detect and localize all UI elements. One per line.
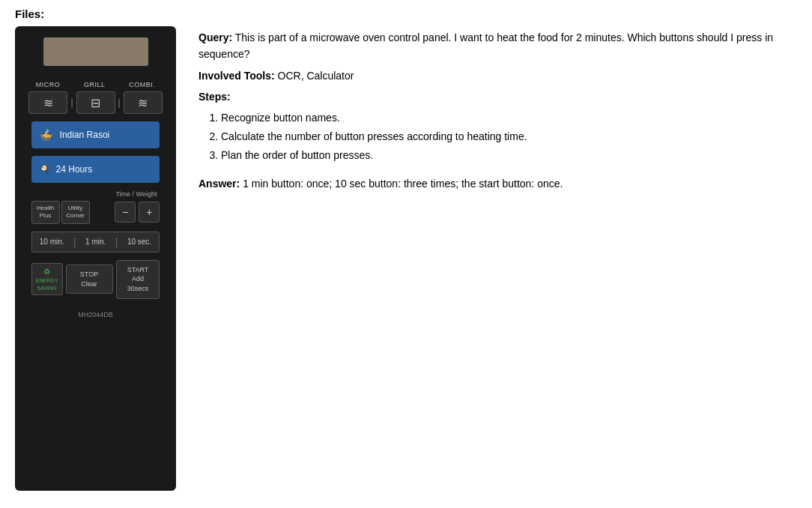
steps-list: Recognize button names. Calculate the nu… xyxy=(221,110,797,163)
time-weight-label: Time / Weight xyxy=(115,190,157,198)
stop-label: STOP Clear xyxy=(80,270,98,288)
display-screen xyxy=(43,37,148,66)
grill-btn[interactable]: ⊟ xyxy=(76,91,115,114)
mode-section: MICRO GRILL COMBI. ≋ | ⊟ | ≋ xyxy=(24,81,167,114)
right-content: Query: This is part of a microwave oven … xyxy=(199,26,797,192)
grill-icon: ⊟ xyxy=(91,96,100,110)
time-buttons-row: 10 min. | 1 min. | 10 sec. xyxy=(31,232,160,253)
10min-btn[interactable]: 10 min. xyxy=(40,238,64,246)
minus-btn[interactable]: − xyxy=(115,202,136,223)
microwave-panel: MICRO GRILL COMBI. ≋ | ⊟ | ≋ xyxy=(15,26,176,491)
combi-btn[interactable]: ≋ xyxy=(124,91,163,114)
start-label: STARTAdd 30secs xyxy=(127,266,149,292)
energy-saving-btn[interactable]: ♻ ENERGYSAVING xyxy=(31,263,63,296)
time-divider1: | xyxy=(73,236,76,248)
files-label: Files: xyxy=(15,7,797,20)
micro-icon: ≋ xyxy=(43,96,53,110)
plus-btn[interactable]: + xyxy=(139,202,160,223)
micro-label: MICRO xyxy=(36,81,61,88)
health-plus-btn[interactable]: HealthPlus xyxy=(31,201,60,224)
query-paragraph: Query: This is part of a microwave oven … xyxy=(199,29,797,63)
model-number: MH2044DB xyxy=(78,311,113,318)
10sec-btn[interactable]: 10 sec. xyxy=(127,238,151,246)
divider1: | xyxy=(70,97,73,108)
indian-rasoi-icon: 🍲 xyxy=(39,128,54,142)
time-weight-section: Time / Weight HealthPlus UtilityCorner −… xyxy=(31,190,160,224)
combi-label: COMBI. xyxy=(129,81,155,88)
utility-label: UtilityCorner xyxy=(66,205,84,219)
involved-tools-label: Involved Tools: xyxy=(199,70,275,82)
bottom-controls: ♻ ENERGYSAVING STOP Clear STARTAdd 30sec… xyxy=(31,260,160,299)
query-text: This is part of a microwave oven control… xyxy=(199,31,773,60)
24hours-icon: 🍳 xyxy=(39,164,50,175)
query-label: Query: xyxy=(199,31,232,43)
24hours-label: 24 Hours xyxy=(56,164,93,175)
page-container: Files: MICRO GRILL COMBI. ≋ | ⊟ xyxy=(0,0,812,498)
involved-tools-value: OCR, Calculator xyxy=(278,70,354,82)
utility-corner-btn[interactable]: UtilityCorner xyxy=(61,201,90,224)
query-section: Query: This is part of a microwave oven … xyxy=(199,29,797,163)
health-label: HealthPlus xyxy=(37,205,54,219)
divider2: | xyxy=(118,97,121,108)
step-2: Calculate the number of button presses a… xyxy=(221,129,797,145)
minus-plus-row: − + xyxy=(91,202,160,223)
answer-value: 1 min button: once; 10 sec button: three… xyxy=(243,178,563,190)
mode-buttons-row: ≋ | ⊟ | ≋ xyxy=(24,91,167,114)
24hours-btn[interactable]: 🍳 24 Hours xyxy=(31,156,160,183)
content-row: MICRO GRILL COMBI. ≋ | ⊟ | ≋ xyxy=(15,26,797,491)
steps-label-p: Steps: xyxy=(199,88,797,105)
step-1: Recognize button names. xyxy=(221,110,797,126)
indian-rasoi-label: Indian Rasoi xyxy=(60,130,110,140)
stop-clear-btn[interactable]: STOP Clear xyxy=(66,264,113,294)
involved-tools-paragraph: Involved Tools: OCR, Calculator xyxy=(199,67,797,84)
grill-label: GRILL xyxy=(84,81,106,88)
step-3: Plan the order of button presses. xyxy=(221,148,797,163)
time-divider2: | xyxy=(115,236,118,248)
steps-label: Steps: xyxy=(199,91,231,103)
energy-icon: ♻ xyxy=(34,267,60,277)
answer-label: Answer: xyxy=(199,178,240,190)
mode-labels: MICRO GRILL COMBI. xyxy=(24,81,167,88)
indian-rasoi-btn[interactable]: 🍲 Indian Rasoi xyxy=(31,121,160,148)
micro-btn[interactable]: ≋ xyxy=(28,91,67,114)
health-controls-row: HealthPlus UtilityCorner − + xyxy=(31,201,160,224)
combi-icon: ≋ xyxy=(138,96,148,110)
start-btn[interactable]: STARTAdd 30secs xyxy=(116,260,160,299)
answer-paragraph: Answer: 1 min button: once; 10 sec butto… xyxy=(199,175,797,192)
energy-label: ENERGYSAVING xyxy=(36,278,58,291)
answer-section: Answer: 1 min button: once; 10 sec butto… xyxy=(199,175,797,192)
1min-btn[interactable]: 1 min. xyxy=(85,238,106,246)
